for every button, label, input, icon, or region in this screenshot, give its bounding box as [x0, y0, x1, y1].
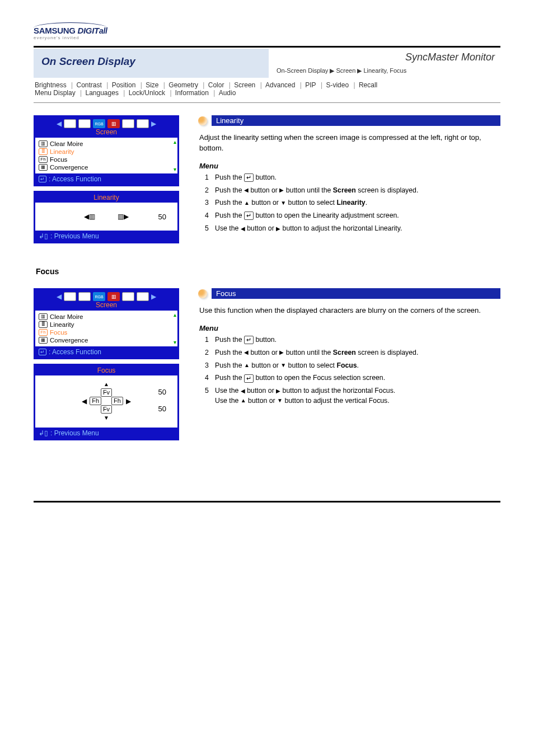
osd-tab-screen-icon: ▥	[107, 119, 120, 128]
osd-item-label: Convergence	[50, 337, 88, 344]
toc-item[interactable]: Screen	[234, 81, 255, 89]
section-title-bar: Linearity	[212, 115, 500, 126]
toc-item[interactable]: Geometry	[168, 81, 198, 89]
right-key-icon: ▶	[276, 387, 280, 396]
moire-icon: ▥	[39, 140, 48, 147]
toc-item[interactable]: Languages	[86, 89, 119, 97]
scroll-down-icon: ▾	[174, 166, 176, 172]
fh-left-icon: ◀Fh	[82, 397, 101, 405]
section-bullet-icon	[198, 116, 207, 125]
focus-icon: Fh	[39, 156, 48, 163]
osd-menu-focus: ◀ ⌖ ◇ RGB ▥ ▣ ▭ ▶ Screen ▴ ▥Clear Moire …	[34, 288, 179, 359]
right-key-icon: ▶	[279, 349, 284, 357]
toc-item[interactable]: Menu Display	[35, 89, 76, 97]
up-key-icon: ▲	[244, 361, 250, 370]
osd-tab-icon: ▣	[122, 119, 134, 128]
page-title-block: On Screen Display	[34, 49, 269, 78]
left-key-icon: ◀	[241, 225, 245, 233]
osd-item-label: Clear Moire	[50, 313, 83, 320]
enter-key-icon: ↵	[39, 349, 46, 355]
linearity-value: 50	[158, 213, 166, 221]
linearity-icon: ≣	[39, 148, 48, 155]
toc-item[interactable]: Contrast	[77, 81, 102, 89]
osd-item-label: Linearity	[50, 148, 74, 155]
osd-adjust-linearity: Linearity ◀▥ ▥▶ 50 ↲▯ : Previous Menu	[34, 191, 179, 243]
left-key-icon: ◀	[244, 186, 249, 195]
brand-tagline: everyone's invited	[34, 35, 500, 40]
osd-tab-screen-icon: ▥	[107, 292, 120, 301]
convergence-icon: ▦	[39, 337, 48, 344]
toc-item[interactable]: Recall	[359, 81, 377, 89]
fv-icon: Fv	[101, 405, 112, 414]
toc-item[interactable]: Information	[175, 89, 209, 97]
enter-key-icon: ↵	[244, 173, 254, 182]
osd-tab-icon: ▣	[122, 292, 134, 301]
breadcrumb: On-Screen Display ▶ Screen ▶ Linearity, …	[277, 67, 500, 74]
focus-icon: Fh	[39, 329, 48, 336]
osd-item-label: Clear Moire	[50, 140, 83, 147]
up-key-icon: ▲	[244, 199, 250, 208]
menu-heading: Menu	[199, 162, 500, 170]
osd-nav-right-icon: ▶	[151, 293, 156, 300]
top-divider	[34, 46, 500, 48]
osd-item-label: Convergence	[50, 164, 88, 171]
osd-item-label: Focus	[50, 329, 67, 336]
osd-previous-label: : Previous Menu	[50, 232, 99, 240]
enter-key-icon: ↵	[244, 336, 254, 344]
toc-item[interactable]: Size	[146, 81, 158, 89]
osd-tab-icon: ◇	[78, 119, 91, 128]
brand-name: SAMSUNG	[34, 26, 76, 35]
bottom-divider	[34, 501, 500, 503]
osd-tab-title: Screen	[35, 301, 177, 311]
osd-tab-title: Screen	[35, 128, 177, 138]
focus-fh-value: 50	[158, 388, 166, 396]
right-key-icon: ▶	[279, 186, 284, 195]
osd-nav-left-icon: ◀	[57, 293, 62, 300]
product-line: SyncMaster Monitor	[405, 51, 495, 63]
toc-item[interactable]: S-video	[326, 81, 349, 89]
osd-nav-left-icon: ◀	[57, 120, 62, 128]
left-key-icon: ◀	[241, 387, 245, 396]
enter-key-icon: ↵	[244, 212, 254, 220]
focus-section-heading: Focus	[36, 267, 500, 276]
enter-key-icon: ↵	[39, 176, 46, 182]
enter-key-icon: ↵	[244, 374, 254, 383]
toc-item[interactable]: Brightness	[35, 81, 67, 89]
section-description: Adjust the linearity setting when the sc…	[199, 133, 499, 154]
focus-fv-value: 50	[158, 405, 166, 413]
osd-menu-linearity: ◀ ⌖ ◇ RGB ▥ ▣ ▭ ▶ Screen ▴ ▥Clear Moire …	[34, 115, 179, 186]
toc-item[interactable]: Lock/Unlock	[129, 89, 165, 97]
scroll-up-icon: ▴	[174, 139, 176, 145]
up-key-icon: ▲	[241, 397, 246, 405]
osd-tab-icon: RGB	[93, 292, 105, 301]
toc-item[interactable]: Advanced	[265, 81, 295, 89]
down-key-icon: ▼	[280, 199, 286, 208]
osd-nav-right-icon: ▶	[151, 120, 156, 128]
toc-item[interactable]: Color	[208, 81, 224, 89]
osd-value-title: Linearity	[35, 192, 177, 203]
toc-bar: Brightness | Contrast | Position | Size …	[34, 78, 500, 102]
scroll-down-icon: ▾	[174, 339, 176, 345]
convergence-icon: ▦	[39, 164, 48, 171]
osd-item-label: Focus	[50, 156, 67, 163]
toc-item[interactable]: Audio	[219, 89, 236, 97]
osd-tab-icon: ⌖	[64, 292, 76, 301]
brand-tail: all	[99, 26, 107, 35]
section-description: Use this function when the displayed cha…	[199, 306, 499, 316]
fv-icon: Fv	[101, 388, 112, 397]
down-key-icon: ▼	[280, 361, 286, 370]
left-key-icon: ◀	[244, 349, 249, 357]
exit-key-icon: ↲▯	[39, 429, 48, 437]
linearity-icon: ≣	[39, 321, 48, 328]
osd-item-label: Linearity	[50, 321, 74, 328]
toc-divider	[34, 102, 500, 103]
toc-item[interactable]: PIP	[305, 81, 316, 89]
osd-access-label: : Access Function	[49, 348, 101, 356]
toc-item[interactable]: Position	[112, 81, 136, 89]
down-key-icon: ▼	[277, 397, 283, 405]
exit-key-icon: ↲▯	[39, 232, 48, 240]
right-key-icon: ▶	[276, 225, 280, 233]
brand-sub: DIGIT	[76, 26, 99, 35]
osd-adjust-focus: Focus ▲ Fv ◀Fh Fh▶ Fv ▼ 50 50 ↲▯ : Previ…	[34, 364, 179, 440]
up-key-icon: ▲	[104, 381, 109, 387]
